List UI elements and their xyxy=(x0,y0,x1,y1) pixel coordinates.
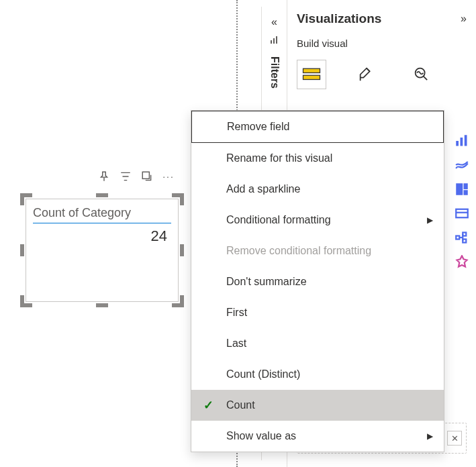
visual-gallery[interactable] xyxy=(452,134,472,268)
menu-item-label: Don't summarize xyxy=(226,276,307,288)
submenu-arrow-icon: ▶ xyxy=(427,215,433,225)
menu-item-label: Count (Distinct) xyxy=(226,368,300,380)
context-menu-item[interactable]: Don't summarize xyxy=(191,266,444,297)
menu-item-label: Conditional formatting xyxy=(226,214,331,226)
build-visual-tab[interactable] xyxy=(297,60,326,89)
resize-handle[interactable] xyxy=(180,193,184,205)
remove-field-button[interactable]: ✕ xyxy=(447,431,462,446)
menu-item-label: Rename for this visual xyxy=(226,152,332,164)
resize-handle[interactable] xyxy=(20,295,24,307)
resize-handle[interactable] xyxy=(20,193,24,205)
context-menu-item[interactable]: ✓Count xyxy=(191,390,444,421)
svg-rect-9 xyxy=(465,135,467,146)
panel-title: Visualizations xyxy=(297,11,461,26)
svg-rect-10 xyxy=(456,183,463,195)
svg-rect-12 xyxy=(464,190,468,195)
context-menu-item[interactable]: First xyxy=(191,297,444,328)
card-value: 24 xyxy=(26,225,178,245)
context-menu-item[interactable]: Rename for this visual xyxy=(191,143,444,174)
build-mode-tabs xyxy=(287,54,476,93)
menu-item-label: Last xyxy=(226,338,246,350)
field-context-menu: Remove fieldRename for this visualAdd a … xyxy=(191,110,444,452)
visual-toolbar: ··· xyxy=(98,170,175,183)
checkmark-icon: ✓ xyxy=(203,398,213,413)
ribbon-chart-icon[interactable] xyxy=(455,158,469,172)
svg-rect-2 xyxy=(273,38,275,44)
svg-rect-1 xyxy=(271,40,272,44)
collapse-pane-icon[interactable]: » xyxy=(461,13,467,25)
svg-rect-11 xyxy=(464,183,468,189)
column-chart-icon[interactable] xyxy=(455,134,469,148)
filters-label: Filters xyxy=(269,56,281,89)
svg-rect-0 xyxy=(142,172,149,178)
svg-rect-3 xyxy=(276,36,277,44)
context-menu-item[interactable]: Add a sparkline xyxy=(191,174,444,205)
panel-subtitle: Build visual xyxy=(287,38,476,54)
menu-item-label: Remove conditional formatting xyxy=(226,245,371,257)
format-visual-tab[interactable] xyxy=(352,60,381,89)
card-visual[interactable]: Count of Category 24 xyxy=(26,199,179,302)
more-options-icon[interactable]: ··· xyxy=(162,170,175,183)
context-menu-item: Remove conditional formatting xyxy=(191,236,444,266)
card-visual-selection[interactable]: ··· Count of Category 24 xyxy=(20,193,184,307)
pin-icon[interactable] xyxy=(98,170,110,183)
context-menu-item[interactable]: Remove field xyxy=(191,111,444,143)
expand-filters-icon[interactable]: « xyxy=(271,16,277,28)
svg-rect-13 xyxy=(456,209,468,218)
resize-handle[interactable] xyxy=(20,244,24,256)
menu-item-label: Add a sparkline xyxy=(226,183,300,195)
menu-item-label: First xyxy=(226,307,247,319)
svg-rect-14 xyxy=(456,236,459,240)
resize-handle[interactable] xyxy=(96,193,108,197)
bar-chart-icon xyxy=(269,35,280,46)
resize-handle[interactable] xyxy=(180,244,184,256)
menu-item-label: Show value as xyxy=(226,430,296,442)
decomposition-tree-icon[interactable] xyxy=(455,231,469,244)
menu-item-label: Remove field xyxy=(227,121,289,133)
context-menu-item[interactable]: Count (Distinct) xyxy=(191,359,444,390)
card-multi-icon[interactable] xyxy=(455,207,469,220)
svg-rect-5 xyxy=(303,75,320,79)
context-menu-item[interactable]: Last xyxy=(191,328,444,359)
submenu-arrow-icon: ▶ xyxy=(427,431,433,441)
get-visuals-icon[interactable] xyxy=(455,255,469,268)
card-title: Count of Category xyxy=(33,206,171,223)
menu-item-label: Count xyxy=(226,399,255,411)
treemap-icon[interactable] xyxy=(455,183,469,196)
focus-mode-icon[interactable] xyxy=(141,170,153,183)
svg-rect-4 xyxy=(303,68,320,72)
svg-rect-7 xyxy=(456,141,459,146)
filter-icon[interactable] xyxy=(120,170,132,183)
resize-handle[interactable] xyxy=(180,295,184,307)
analytics-tab[interactable] xyxy=(407,60,436,89)
context-menu-item[interactable]: Show value as▶ xyxy=(191,421,444,452)
svg-rect-8 xyxy=(461,138,463,146)
resize-handle[interactable] xyxy=(96,303,108,307)
context-menu-item[interactable]: Conditional formatting▶ xyxy=(191,205,444,236)
